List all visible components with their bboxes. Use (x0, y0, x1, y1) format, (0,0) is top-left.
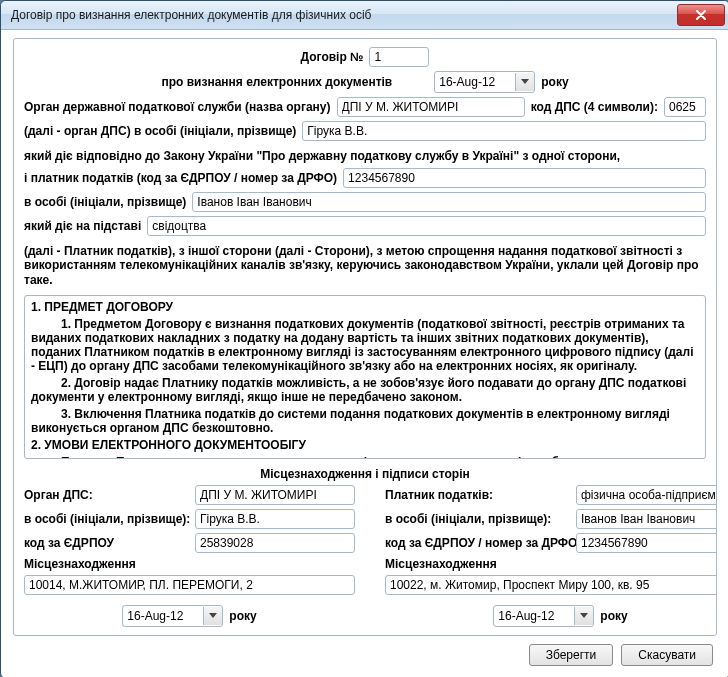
form-frame: Договір № про визнання електронних докум… (13, 38, 717, 636)
right-person-input[interactable] (576, 509, 717, 529)
chevron-down-icon (521, 79, 529, 85)
calendar-dropdown-button[interactable] (203, 607, 222, 625)
left-date-input[interactable] (123, 607, 203, 625)
terms-h2: 2. УМОВИ ЕЛЕКТРОННОГО ДОКУМЕНТООБІГУ (31, 438, 699, 452)
dps-code-input[interactable] (664, 97, 706, 117)
left-organ-input[interactable] (195, 485, 355, 505)
terms-body: 1. ПРЕДМЕТ ДОГОВОРУ 1. Предметом Договор… (31, 300, 699, 459)
signatures-title: Місцезнаходження і підписи сторін (24, 467, 706, 481)
payer-code-input[interactable] (343, 168, 706, 188)
right-payer-input[interactable] (576, 485, 717, 505)
window-title: Договір про визнання електронних докумен… (11, 8, 677, 22)
preamble-text: (далі - Платник податків), з іншої сторо… (24, 244, 706, 287)
signature-right: Платник податків: в особі (ініціали, прі… (385, 485, 717, 627)
payer-person-label: в особі (ініціали, прізвище) (24, 195, 186, 209)
calendar-dropdown-button[interactable] (574, 607, 593, 625)
terms-p2: 2. Договір надає Платнику податків можли… (31, 376, 699, 404)
dps-person-row: (далі - орган ДПС) в особі (ініціали, пр… (24, 121, 706, 141)
right-code-label: код за ЄДРПОУ / номер за ДРФО (385, 536, 570, 550)
terms-scroll[interactable]: 1. ПРЕДМЕТ ДОГОВОРУ 1. Предметом Договор… (24, 295, 706, 459)
right-date-picker[interactable] (493, 605, 594, 627)
year-label: року (541, 75, 568, 89)
terms-p4: Подання Платником податку податкових док… (31, 455, 699, 459)
header-date-picker[interactable] (434, 71, 535, 93)
right-date-input[interactable] (494, 607, 574, 625)
basis-label: який діє на підставі (24, 219, 141, 233)
law-text: який діє відповідно до Закону України "П… (24, 149, 706, 164)
close-icon (695, 10, 707, 20)
left-code-label: код за ЄДРПОУ (24, 536, 189, 550)
titlebar: Договір про визнання електронних докумен… (1, 1, 728, 30)
dps-person-input[interactable] (302, 121, 706, 141)
signatures-columns: Орган ДПС: в особі (ініціали, прізвище):… (24, 485, 706, 627)
left-addr-input[interactable] (24, 575, 355, 595)
left-person-label: в особі (ініціали, прізвище): (24, 512, 189, 526)
basis-input[interactable] (147, 216, 706, 236)
close-button[interactable] (677, 4, 725, 26)
signature-left: Орган ДПС: в особі (ініціали, прізвище):… (24, 485, 355, 627)
header-date-input[interactable] (435, 73, 515, 91)
terms-h1: 1. ПРЕДМЕТ ДОГОВОРУ (31, 300, 699, 314)
left-code-input[interactable] (195, 533, 355, 553)
right-year-label: року (600, 609, 627, 623)
right-addr-label: Місцезнаходження (385, 557, 497, 571)
right-addr-input[interactable] (385, 575, 717, 595)
cancel-button[interactable]: Скасувати (621, 644, 713, 666)
dialog-buttons: Зберегти Скасувати (13, 636, 717, 668)
organ-input[interactable] (337, 97, 525, 117)
contract-number-label: Договір № (301, 50, 364, 64)
chevron-down-icon (209, 613, 217, 619)
payer-person-row: в особі (ініціали, прізвище) (24, 192, 706, 212)
left-year-label: року (229, 609, 256, 623)
terms-p1: 1. Предметом Договору є визнання податко… (31, 317, 699, 373)
contract-number-input[interactable] (369, 47, 429, 67)
payer-code-label: і платник податків (код за ЄДРПОУ / номе… (24, 171, 337, 185)
left-addr-label: Місцезнаходження (24, 557, 136, 571)
header-row-2: про визнання електронних документів року (24, 71, 706, 93)
chevron-down-icon (580, 613, 588, 619)
calendar-dropdown-button[interactable] (515, 73, 534, 91)
left-person-input[interactable] (195, 509, 355, 529)
organ-row: Орган державної податкової служби (назва… (24, 97, 706, 117)
dps-code-label: код ДПС (4 символи): (531, 100, 658, 114)
payer-code-row: і платник податків (код за ЄДРПОУ / номе… (24, 168, 706, 188)
organ-label: Орган державної податкової служби (назва… (24, 100, 331, 114)
contract-sub-label: про визнання електронних документів (161, 75, 392, 89)
header-row-1: Договір № (24, 47, 706, 67)
basis-row: який діє на підставі (24, 216, 706, 236)
right-code-input[interactable] (576, 533, 717, 553)
left-date-picker[interactable] (122, 605, 223, 627)
left-organ-label: Орган ДПС: (24, 488, 189, 502)
window: Договір про визнання електронних докумен… (0, 0, 728, 677)
right-payer-label: Платник податків: (385, 488, 570, 502)
right-person-label: в особі (ініціали, прізвище): (385, 512, 570, 526)
client-area: Договір № про визнання електронних докум… (1, 30, 728, 677)
payer-person-input[interactable] (192, 192, 706, 212)
save-button[interactable]: Зберегти (529, 644, 614, 666)
terms-p3: 3. Включення Платника податків до систем… (31, 407, 699, 435)
dps-person-label: (далі - орган ДПС) в особі (ініціали, пр… (24, 124, 296, 138)
